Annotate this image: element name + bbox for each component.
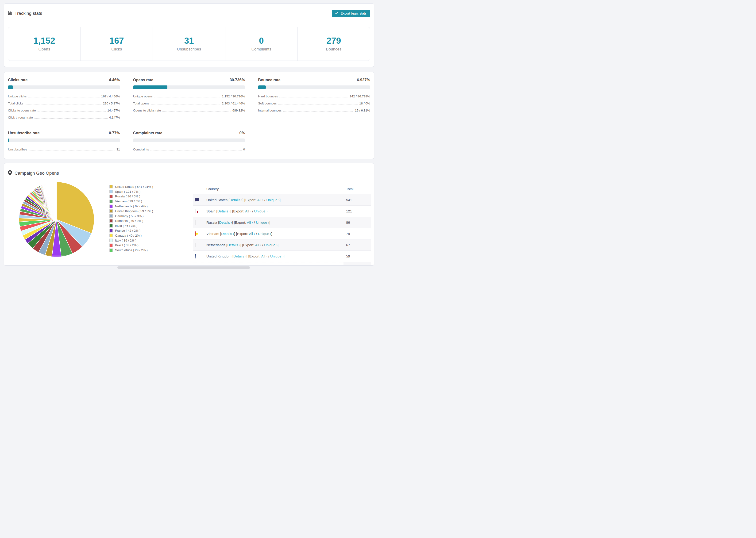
- legend-item[interactable]: South Africa ( 29 / 2% ): [109, 248, 153, 252]
- dotted-leader: [283, 111, 353, 112]
- export-all-link[interactable]: All ›: [247, 220, 253, 224]
- details-link[interactable]: Details ›: [217, 209, 230, 213]
- total-cell: 121: [346, 209, 371, 213]
- rate-section: Clicks rate4.46%Unique clicks167 / 4.456…: [8, 78, 120, 121]
- legend-item[interactable]: Germany ( 55 / 3% ): [109, 214, 153, 219]
- rate-section-value: 4.46%: [109, 78, 120, 82]
- export-all-link[interactable]: All ›: [255, 243, 261, 247]
- total-cell: 59: [346, 254, 371, 258]
- ru-flag-icon: [195, 220, 195, 225]
- rate-detail-row: Unique clicks167 / 4.456%: [8, 93, 120, 100]
- tracking-stats-card: Tracking stats Export basic stats 1,152O…: [4, 4, 374, 67]
- rate-detail-label: Hard bounces: [258, 95, 278, 98]
- dotted-leader: [150, 150, 242, 150]
- country-name: United Kingdom: [206, 254, 232, 258]
- country-cell: United Kingdom [Details ›] [Export: All …: [206, 254, 346, 258]
- link-bracket-text: ]: [278, 243, 279, 247]
- legend-item[interactable]: United Kingdom ( 59 / 3% ): [109, 209, 153, 214]
- link-bracket-text: ] [Export:: [240, 243, 255, 247]
- rate-section-header: Opens rate30.736%: [133, 78, 245, 82]
- export-unique-link[interactable]: Unique ›: [266, 198, 280, 202]
- legend-item[interactable]: Netherlands ( 67 / 4% ): [109, 204, 153, 209]
- country-name: Vietnam: [206, 232, 219, 236]
- rate-section-title: Opens rate: [133, 78, 153, 82]
- table-row: Spain [Details ›] [Export: All › / Uniqu…: [193, 205, 371, 217]
- link-bracket-text: /: [255, 232, 258, 236]
- legend-item[interactable]: Romania ( 49 / 3% ): [109, 219, 153, 224]
- legend-item[interactable]: Brazil ( 33 / 2% ): [109, 243, 153, 248]
- details-link[interactable]: Details ›: [233, 254, 246, 258]
- link-bracket-text: [: [215, 209, 217, 213]
- country-name: Russia: [206, 220, 217, 224]
- legend-swatch: [109, 219, 113, 223]
- rate-detail-label: Soft bounces: [258, 102, 277, 105]
- summary-stat-cell: 0Complaints: [225, 27, 298, 61]
- rate-detail-label: Internal bounces: [258, 109, 282, 112]
- rate-progress-fill: [8, 138, 9, 142]
- total-cell: 79: [346, 232, 371, 236]
- tracking-stats-title-text: Tracking stats: [15, 11, 42, 16]
- export-icon: [335, 11, 339, 16]
- table-row-partial: [193, 262, 371, 265]
- legend-label: United States ( 541 / 31% ): [115, 185, 153, 188]
- export-unique-link[interactable]: Unique ›: [254, 209, 267, 213]
- legend-item[interactable]: Spain ( 121 / 7% ): [109, 189, 153, 194]
- bar-chart-icon: [8, 11, 12, 16]
- dotted-leader: [279, 97, 348, 97]
- legend-item[interactable]: India ( 46 / 3% ): [109, 223, 153, 228]
- dotted-leader: [162, 111, 231, 112]
- rate-detail-value: 220 / 5.87%: [103, 102, 120, 105]
- rate-detail-label: Opens to clicks rate: [133, 109, 161, 112]
- details-link[interactable]: Details ›: [221, 232, 234, 236]
- legend-item[interactable]: Canada ( 40 / 2% ): [109, 233, 153, 238]
- dotted-leader: [154, 97, 220, 97]
- rate-progress-fill: [258, 85, 266, 89]
- details-link[interactable]: Details ›: [227, 243, 240, 247]
- export-all-link[interactable]: All ›: [261, 254, 267, 258]
- rate-detail-row: Total clicks220 / 5.87%: [8, 100, 120, 107]
- export-all-link[interactable]: All ›: [257, 198, 263, 202]
- rates-card: Clicks rate4.46%Unique clicks167 / 4.456…: [4, 72, 374, 159]
- rate-detail-label: Clicks to opens rate: [8, 109, 36, 112]
- link-bracket-text: /: [251, 209, 254, 213]
- horizontal-scrollbar-thumb[interactable]: [117, 266, 250, 269]
- details-link[interactable]: Details ›: [219, 220, 232, 224]
- link-bracket-text: ] [Export:: [242, 198, 257, 202]
- legend-label: Russia ( 86 / 5% ): [115, 194, 140, 198]
- export-unique-link[interactable]: Unique ›: [264, 243, 278, 247]
- export-basic-stats-button[interactable]: Export basic stats: [332, 10, 370, 17]
- summary-stats-row: 1,152Opens167Clicks31Unsubscribes0Compla…: [8, 27, 370, 61]
- legend-label: Vietnam ( 79 / 5% ): [115, 199, 142, 203]
- legend-swatch: [109, 243, 113, 247]
- legend-label: Italy ( 36 / 2% ): [115, 239, 136, 242]
- details-link[interactable]: Details ›: [229, 198, 242, 202]
- flag-cell: [193, 198, 206, 202]
- legend-item[interactable]: Vietnam ( 79 / 5% ): [109, 199, 153, 204]
- summary-stat-cell: 31Unsubscribes: [153, 27, 225, 61]
- export-all-link[interactable]: All ›: [245, 209, 251, 213]
- export-all-link[interactable]: All ›: [249, 232, 255, 236]
- export-unique-link[interactable]: Unique ›: [256, 220, 269, 224]
- geo-table-header-row: Country Total: [193, 183, 371, 194]
- legend-label: South Africa ( 29 / 2% ): [115, 248, 148, 252]
- rate-detail-row: Hard bounces242 / 86.738%: [258, 93, 370, 100]
- export-unique-link[interactable]: Unique ›: [270, 254, 284, 258]
- link-bracket-text: [: [217, 220, 219, 224]
- table-row: United States [Details ›] [Export: All ›…: [193, 194, 371, 205]
- flag-cell: [193, 232, 206, 236]
- legend-item[interactable]: Italy ( 36 / 2% ): [109, 238, 153, 243]
- legend-item[interactable]: Russia ( 86 / 5% ): [109, 194, 153, 199]
- link-bracket-text: ]: [280, 198, 281, 202]
- export-button-label: Export basic stats: [341, 12, 367, 15]
- rate-section-header: Unsubscribe rate0.77%: [8, 131, 120, 135]
- export-unique-link[interactable]: Unique ›: [258, 232, 271, 236]
- link-bracket-text: /: [263, 198, 266, 202]
- rate-detail-value: 0: [243, 148, 245, 151]
- legend-swatch: [109, 214, 113, 218]
- legend-swatch: [109, 239, 113, 242]
- legend-item[interactable]: United States ( 541 / 31% ): [109, 184, 153, 189]
- legend-label: Spain ( 121 / 7% ): [115, 190, 140, 193]
- legend-item[interactable]: France ( 42 / 2% ): [109, 228, 153, 233]
- link-bracket-text: ]: [267, 209, 268, 213]
- rate-section-title: Clicks rate: [8, 78, 27, 82]
